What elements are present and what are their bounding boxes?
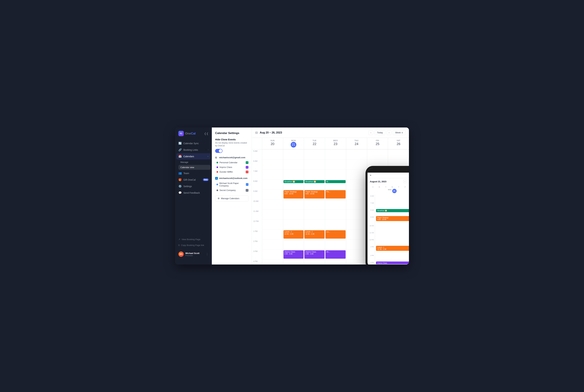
cal-cell[interactable] (346, 170, 367, 180)
sidebar-toggle-icon[interactable]: ⊟ (255, 131, 258, 134)
sidebar-item-calendar-view[interactable]: Calendar view (178, 165, 210, 170)
secret-company-checkbox[interactable]: ✓ (246, 189, 248, 192)
cal-cell[interactable] (388, 160, 409, 170)
cal-cell[interactable] (388, 200, 409, 210)
cal-cell[interactable]: Breakfast 🌅 (283, 180, 304, 190)
cal-cell[interactable] (325, 150, 346, 160)
sidebar-item-calendar-sync[interactable]: 🔄 Calendar Sync (176, 140, 210, 146)
cal-cell[interactable] (325, 200, 346, 210)
cal-cell[interactable] (262, 160, 283, 170)
cal-cell[interactable] (346, 180, 367, 190)
improv-class-checkbox[interactable]: ✓ (246, 166, 248, 168)
cal-cell[interactable] (262, 180, 283, 190)
cal-cell[interactable] (367, 170, 388, 180)
sidebar-item-gift[interactable]: 🎁 Gift OneCal New (176, 176, 210, 183)
view-booking-page-link[interactable]: ↗ View Booking Page (176, 237, 210, 242)
cal-cell[interactable] (388, 150, 409, 160)
cal-cell[interactable] (283, 170, 304, 180)
cal-cell[interactable]: Improv Class2:30 - 3:30 (283, 250, 304, 260)
cal-cell[interactable]: Lunch 🍴12:30 - 1:30 (283, 230, 304, 240)
calendar-event[interactable]: Breakfast 🌅 (283, 180, 304, 183)
cal-cell[interactable] (346, 190, 367, 200)
calendar-event[interactable]: Lunch 🍴12:30 - 1:30 (304, 230, 325, 238)
cal-cell[interactable] (346, 240, 367, 250)
calendar-event[interactable]: Improv Class2:30 - 3:30 (283, 250, 304, 259)
personal-calendar-checkbox[interactable]: ✓ (246, 161, 248, 164)
cal-cell[interactable] (388, 180, 409, 190)
cal-cell[interactable] (304, 200, 325, 210)
cal-cell[interactable] (388, 170, 409, 180)
calendar-event[interactable]: Pa... (325, 190, 346, 198)
cal-cell[interactable] (325, 260, 346, 264)
cal-cell[interactable] (304, 170, 325, 180)
cal-cell[interactable] (346, 220, 367, 230)
cal-cell[interactable] (388, 220, 409, 230)
cal-cell[interactable] (367, 210, 388, 220)
sidebar-item-calendars[interactable]: 📅 Calendars ∨ (176, 153, 210, 160)
hide-clone-toggle[interactable] (215, 149, 222, 153)
today-button[interactable]: Today (375, 130, 385, 135)
cal-cell[interactable] (388, 260, 409, 264)
sidebar-item-booking-links[interactable]: 🔗 Booking Links › (176, 147, 210, 153)
cal-cell[interactable]: Improv Class2:30 - 3:30 (304, 250, 325, 260)
cal-cell[interactable] (388, 250, 409, 260)
cal-cell[interactable] (283, 200, 304, 210)
cal-cell[interactable] (346, 260, 367, 264)
calendar-event[interactable]: Br... (325, 180, 346, 183)
cal-cell[interactable] (262, 170, 283, 180)
cal-cell[interactable] (367, 180, 388, 190)
cal-cell[interactable]: Breakfast 🌅 (304, 180, 325, 190)
cal-cell[interactable] (388, 190, 409, 200)
cal-cell[interactable] (388, 230, 409, 240)
sidebar-item-manage[interactable]: Manage (178, 160, 210, 164)
cal-cell[interactable]: Pa... (325, 190, 346, 200)
cal-cell[interactable] (304, 240, 325, 250)
calendar-event[interactable]: Lunch 🍴12:30 - 1:30 (283, 230, 304, 238)
cal-cell[interactable] (346, 160, 367, 170)
cal-cell[interactable] (367, 160, 388, 170)
cal-cell[interactable] (262, 200, 283, 210)
dunder-mifflin-checkbox[interactable]: ✓ (246, 170, 248, 173)
cal-cell[interactable] (325, 220, 346, 230)
cal-cell[interactable] (283, 210, 304, 220)
cal-cell[interactable] (262, 230, 283, 240)
cal-cell[interactable] (262, 210, 283, 220)
cal-cell[interactable] (367, 200, 388, 210)
calendar-event[interactable]: Lu... (325, 230, 346, 238)
cal-cell[interactable] (367, 230, 388, 240)
calendar-event[interactable]: Improv Class2:30 - 3:30 (304, 250, 325, 259)
sidebar-item-feedback[interactable]: 💬 Send Feedback (176, 190, 210, 196)
calendar-event[interactable]: Paper Strategy9:00 - 10:00 (304, 190, 325, 198)
cal-cell[interactable]: Paper Strategy9:00 - 10:00 (283, 190, 304, 200)
user-menu-button[interactable]: ⋮ (206, 253, 208, 256)
cal-cell[interactable] (262, 260, 283, 264)
sidebar-collapse-button[interactable]: ❮❮ (204, 132, 208, 135)
cal-cell[interactable] (283, 160, 304, 170)
cal-cell[interactable] (367, 220, 388, 230)
cal-cell[interactable] (325, 240, 346, 250)
cal-cell[interactable] (304, 220, 325, 230)
cal-cell[interactable] (325, 170, 346, 180)
cal-cell[interactable] (262, 190, 283, 200)
cal-cell[interactable] (283, 220, 304, 230)
cal-cell[interactable] (304, 160, 325, 170)
paper-company-checkbox[interactable]: ✓ (246, 183, 248, 186)
cal-cell[interactable] (283, 150, 304, 160)
cal-cell[interactable]: Lunch 🍴12:30 - 1:30 (304, 230, 325, 240)
manage-calendars-button[interactable]: ⚙ Manage Calendars (215, 195, 248, 202)
cal-cell[interactable] (262, 150, 283, 160)
cal-cell[interactable] (262, 240, 283, 250)
cal-cell[interactable] (262, 220, 283, 230)
cal-cell[interactable]: Lu... (325, 230, 346, 240)
next-week-button[interactable]: › (387, 130, 391, 135)
cal-cell[interactable] (388, 240, 409, 250)
copy-booking-link[interactable]: ⎘ Copy Booking Page link (176, 242, 210, 248)
cal-cell[interactable] (283, 240, 304, 250)
cal-cell[interactable] (304, 210, 325, 220)
cal-cell[interactable] (367, 240, 388, 250)
prev-week-button[interactable]: ‹ (369, 130, 373, 135)
cal-cell[interactable] (346, 230, 367, 240)
cal-cell[interactable]: Paper Strategy9:00 - 10:00 (304, 190, 325, 200)
cal-cell[interactable] (388, 210, 409, 220)
cal-cell[interactable] (304, 150, 325, 160)
